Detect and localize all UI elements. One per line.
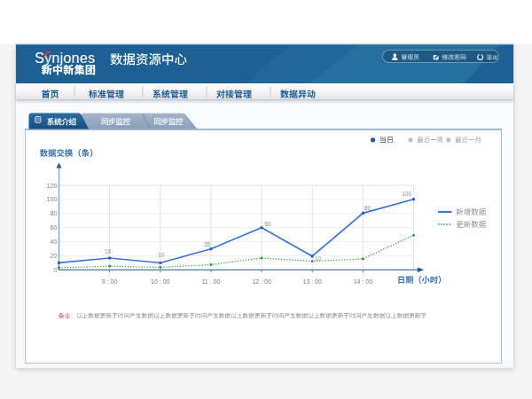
- svg-text:100: 100: [402, 191, 411, 197]
- svg-text:35: 35: [204, 241, 211, 247]
- svg-text:10: 10: [315, 255, 322, 262]
- svg-text:60: 60: [264, 221, 271, 227]
- svg-text:20: 20: [51, 253, 58, 259]
- svg-text:120: 120: [47, 183, 58, 189]
- svg-text:10: 10: [158, 252, 165, 258]
- svg-text:60: 60: [51, 224, 58, 231]
- svg-text:40: 40: [51, 239, 58, 245]
- svg-text:9 : 00: 9 : 00: [102, 278, 118, 285]
- svg-text:12 : 00: 12 : 00: [252, 278, 271, 285]
- svg-text:80: 80: [364, 205, 372, 211]
- svg-text:11 : 00: 11 : 00: [201, 278, 220, 285]
- svg-text:14 : 00: 14 : 00: [354, 278, 373, 285]
- svg-text:10 : 00: 10 : 00: [151, 278, 170, 285]
- svg-text:100: 100: [47, 196, 58, 202]
- svg-text:80: 80: [51, 210, 58, 216]
- svg-text:13 : 00: 13 : 00: [302, 278, 322, 285]
- svg-text:0: 0: [53, 267, 57, 273]
- svg-text:18: 18: [105, 248, 112, 254]
